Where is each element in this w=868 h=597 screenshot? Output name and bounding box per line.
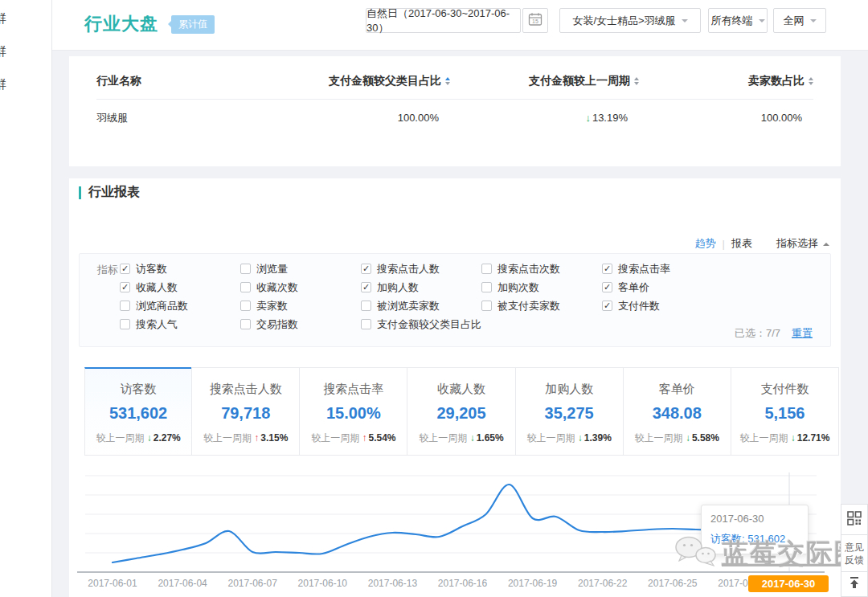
metric-card-5[interactable]: 客单价348.08较上一周期 ↓5.58% [623,367,731,456]
change-label: 较上一周期 [526,432,577,444]
feedback-button[interactable]: 意见反馈 [841,534,868,572]
metric-card-2[interactable]: 搜索点击率15.00%较上一周期 ↑5.54% [299,367,407,456]
selection-summary-row: 已选：7/7 重置 [735,326,813,341]
metric-card-6[interactable]: 支付件数5,156较上一周期 ↓12.71% [731,367,839,456]
metric-checkbox-8[interactable]: 加购次数 [481,280,602,295]
metric-checkbox-1[interactable]: 浏览量 [240,262,361,276]
top-bar: 行业大盘 累计值 自然日（2017-06-30~2017-06-30） 15 [52,0,868,51]
metric-checkbox-17[interactable]: 支付金额较父类目占比 [361,317,481,332]
checkbox-checked-icon[interactable]: ✓ [602,264,612,274]
tab-table[interactable]: 报表 [731,236,752,251]
down-arrow-icon: ↓ [686,432,690,444]
section-accent-bar [79,186,81,199]
column-label: 支付金额较上一周期 [529,74,630,88]
network-dropdown[interactable]: 全网 [773,8,826,33]
date-range-label: 自然日（2017-06-30~2017-06-30） [366,6,520,35]
checkbox-unchecked-icon[interactable] [361,301,371,311]
x-axis-label: 2017-06-22 [578,578,627,589]
metric-checkbox-11[interactable]: 卖家数 [240,299,361,313]
checkbox-unchecked-icon[interactable] [481,301,492,311]
view-switcher: 趋势 | 报表 指标选择 [695,236,829,251]
down-arrow-icon: ↓ [791,432,796,444]
terminal-dropdown[interactable]: 所有终端 [708,8,768,33]
tab-trend[interactable]: 趋势 [695,236,716,251]
reset-button[interactable]: 重置 [792,326,813,341]
down-arrow-icon: ↓ [578,432,583,444]
metric-card-change: 较上一周期 ↓5.58% [624,431,731,445]
metric-card-value: 15.00% [300,404,407,423]
checkbox-unchecked-icon[interactable] [120,301,130,311]
x-axis-label: 2017-06-19 [508,578,557,589]
metric-checkbox-7[interactable]: ✓加购人数 [361,280,481,295]
metric-card-3[interactable]: 收藏人数29,205较上一周期 ↓1.65% [407,367,515,456]
metric-checkbox-13[interactable]: 被支付卖家数 [481,299,602,313]
sort-arrows-icon[interactable] [809,77,813,85]
change-label: 较上一周期 [635,432,686,444]
checkbox-checked-icon[interactable]: ✓ [361,282,371,292]
selected-count: 已选：7/7 [735,326,780,341]
checkbox-checked-icon[interactable]: ✓ [120,282,130,292]
metric-card-1[interactable]: 搜索点击人数79,718较上一周期 ↑3.15% [191,367,300,456]
page: 群 群 群 行业大盘 累计值 自然日（2017-06-30~2017-06-30… [0,0,868,597]
metric-checkbox-4[interactable]: ✓搜索点击率 [602,262,723,276]
metric-checkbox-16[interactable]: 交易指数 [240,317,361,332]
down-arrow-icon: ↓ [470,432,475,444]
x-axis-label: 2017-06-13 [368,578,417,589]
x-axis-label: 2017-06-04 [158,578,207,589]
metric-card-title: 访客数 [85,382,191,397]
qr-code-button[interactable] [841,504,868,535]
checkbox-checked-icon[interactable]: ✓ [602,282,612,292]
checkbox-label: 支付金额较父类目占比 [377,317,481,332]
metric-checkbox-2[interactable]: ✓搜索点击人数 [361,262,481,276]
checkbox-unchecked-icon[interactable] [240,301,251,311]
metric-checkbox-0[interactable]: ✓访客数 [120,262,240,276]
metric-checkbox-5[interactable]: ✓收藏人数 [120,280,240,295]
title-wrap: 行业大盘 累计值 [84,12,215,36]
metric-checkbox-9[interactable]: ✓客单价 [602,280,723,295]
metric-card-0[interactable]: 访客数531,602较上一周期 ↓2.27% [84,367,192,456]
metric-card-4[interactable]: 加购人数35,275较上一周期 ↓1.39% [515,367,624,456]
checkbox-unchecked-icon[interactable] [481,264,492,274]
table-column-header[interactable]: 卖家数占比 [639,74,813,88]
metric-card-change: 较上一周期 ↓1.39% [516,431,623,445]
metric-checkbox-3[interactable]: 搜索点击次数 [481,262,602,276]
category-dropdown[interactable]: 女装/女士精品>羽绒服 [559,8,701,33]
table-column-header[interactable]: 支付金额较父类目占比 [240,74,450,88]
date-range-selector[interactable]: 自然日（2017-06-30~2017-06-30） [366,8,521,33]
cell-value: 13.19% [592,112,628,124]
qr-code-icon [847,511,862,529]
change-label: 较上一周期 [203,432,254,444]
metric-checkbox-panel: 指标 ✓访客数浏览量✓搜索点击人数搜索点击次数✓搜索点击率✓收藏人数收藏次数✓加… [79,253,831,347]
metric-select-toggle[interactable]: 指标选择 [776,236,829,251]
tooltip-date: 2017-06-30 [710,513,799,525]
trend-chart: 2017-06-012017-06-042017-06-072017-06-10… [69,460,841,597]
checkbox-unchecked-icon[interactable] [240,282,251,292]
industry-table-header: 行业名称支付金额较父类目占比支付金额较上一周期卖家数占比 [96,63,813,100]
checkbox-label: 搜索点击次数 [497,262,560,276]
back-to-top-button[interactable] [841,571,868,597]
terminal-value: 所有终端 [711,14,753,28]
x-axis-label: 2017-06-07 [228,578,277,589]
down-arrow-icon: ↓ [147,432,152,444]
metric-checkbox-14[interactable]: ✓支付件数 [602,299,723,313]
metric-checkbox-15[interactable]: 搜索人气 [120,317,240,332]
metric-checkbox-12[interactable]: 被浏览卖家数 [361,299,481,313]
visitors-line-series [113,485,789,562]
change-percent: 2.27% [154,432,181,444]
checkbox-checked-icon[interactable]: ✓ [361,264,371,274]
metric-checkbox-6[interactable]: 收藏次数 [240,280,361,295]
checkbox-unchecked-icon[interactable] [240,319,251,329]
metric-card-value: 348.08 [624,404,731,423]
chevron-down-icon [810,19,817,26]
column-label: 支付金额较父类目占比 [329,74,441,88]
table-column-header[interactable]: 支付金额较上一周期 [450,74,639,88]
checkbox-checked-icon[interactable]: ✓ [602,301,612,311]
metric-checkbox-10[interactable]: 浏览商品数 [120,299,240,313]
checkbox-label: 卖家数 [256,299,288,313]
checkbox-unchecked-icon[interactable] [120,319,130,329]
checkbox-checked-icon[interactable]: ✓ [120,264,130,274]
checkbox-unchecked-icon[interactable] [481,282,492,292]
checkbox-unchecked-icon[interactable] [361,319,371,329]
calendar-button[interactable]: 15 [522,8,548,33]
checkbox-unchecked-icon[interactable] [240,264,251,274]
